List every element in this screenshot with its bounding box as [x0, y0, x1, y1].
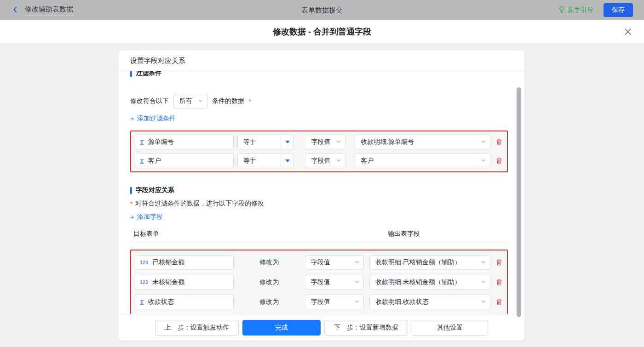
lightbulb-icon — [558, 6, 565, 15]
back-button[interactable] — [11, 6, 19, 15]
filter-value: 收款明细.源单编号 — [361, 138, 414, 146]
settings-panel: 设置字段对应关系 过滤条件 修改符合以下 所有 条件的数据 * — [119, 50, 524, 341]
filter-value-select[interactable]: 客户 — [355, 154, 490, 168]
filter-value-type-select[interactable]: 字段值 — [305, 154, 345, 168]
delete-row-button[interactable] — [495, 157, 503, 165]
delete-row-button[interactable] — [495, 298, 503, 306]
section-bar — [130, 187, 132, 194]
scroll-area[interactable]: 过滤条件 修改符合以下 所有 条件的数据 * + 添加过滤条件 — [119, 71, 524, 314]
prev-step-button[interactable]: 上一步：设置触发动作 — [155, 320, 239, 336]
chevron-down-icon — [354, 279, 360, 286]
text-field-icon: T — [140, 298, 144, 306]
chevron-down-icon — [481, 279, 486, 286]
modify-to-label: 修改为 — [234, 278, 305, 286]
save-button[interactable]: 保存 — [604, 3, 633, 17]
chevron-down-icon — [336, 157, 341, 165]
mapping-value: 收款明细.已核销金额（辅助） — [375, 258, 461, 267]
delete-row-button[interactable] — [495, 138, 503, 146]
number-field-icon: 123 — [140, 260, 148, 265]
mapping-rows-highlight-box: 123 已核销金额 修改为 字段值 收款明细.已核销金额（辅助） — [130, 250, 508, 314]
target-form-column-label: 目标表单 — [133, 230, 159, 238]
match-suffix-label: 条件的数据 — [212, 97, 244, 105]
chevron-left-icon — [11, 6, 19, 15]
target-field-input[interactable]: T 收款状态 — [135, 295, 234, 309]
mapping-value-type-select[interactable]: 字段值 — [305, 295, 364, 309]
chevron-down-icon — [198, 97, 203, 105]
target-field-name: 收款状态 — [148, 298, 174, 306]
required-asterisk: * — [249, 98, 251, 105]
close-icon[interactable] — [623, 27, 633, 37]
filter-operator-select[interactable]: 等于 — [237, 135, 294, 149]
filter-section-title: 过滤条件 — [130, 71, 513, 77]
beginner-guide-link[interactable]: 新手引导 — [558, 6, 593, 15]
mapping-value: 收款明细.收款状态 — [375, 298, 429, 306]
mapping-value-type-select[interactable]: 字段值 — [305, 255, 364, 270]
scrollbar-thumb[interactable] — [517, 87, 521, 317]
mapping-value-type: 字段值 — [311, 278, 330, 286]
done-button[interactable]: 完成 — [242, 320, 321, 336]
plus-icon: + — [130, 213, 134, 220]
filter-row: T 源单编号 等于 字段值 收款明细.源单编号 — [135, 135, 503, 149]
chevron-down-icon — [481, 259, 486, 266]
filter-row: T 客户 等于 字段值 客户 — [135, 154, 503, 168]
target-field-input[interactable]: 123 已核销金额 — [135, 255, 234, 270]
mapping-row: 123 已核销金额 修改为 字段值 收款明细.已核销金额（辅助） — [135, 255, 503, 270]
filter-value-select[interactable]: 收款明细.源单编号 — [355, 135, 490, 149]
add-filter-condition-link[interactable]: + 添加过滤条件 — [130, 115, 176, 122]
modify-to-label: 修改为 — [234, 298, 305, 306]
match-prefix-label: 修改符合以下 — [130, 97, 169, 105]
mapping-value-select[interactable]: 收款明细.未核销金额（辅助） — [369, 275, 490, 290]
mapping-value-type-select[interactable]: 字段值 — [305, 275, 364, 290]
mapping-row: 123 未核销金额 修改为 字段值 收款明细.未核销金额（辅助） — [135, 275, 503, 290]
plus-icon: + — [130, 115, 134, 122]
section-bar — [130, 71, 132, 77]
number-field-icon: 123 — [140, 280, 148, 285]
mapping-value-select[interactable]: 收款明细.已核销金额（辅助） — [369, 255, 490, 270]
filter-field-input[interactable]: T 源单编号 — [135, 135, 234, 149]
chevron-down-icon — [354, 298, 360, 306]
filter-operator-select[interactable]: 等于 — [237, 154, 294, 168]
required-asterisk: * — [130, 200, 132, 207]
mapping-columns-header: 目标表单 输出表字段 — [130, 230, 513, 237]
target-field-input[interactable]: 123 未核销金额 — [135, 275, 234, 290]
chevron-down-icon — [481, 298, 486, 306]
workflow-name[interactable]: 修改辅助表数据 — [25, 5, 73, 16]
filter-operator-value: 等于 — [238, 138, 281, 146]
filter-field-name: 源单编号 — [148, 138, 174, 146]
text-field-icon: T — [140, 138, 144, 146]
mapping-section-title: 字段对应关系 — [130, 186, 513, 194]
filter-value: 客户 — [361, 157, 374, 165]
filter-field-input[interactable]: T 客户 — [135, 154, 234, 168]
modify-to-label: 修改为 — [234, 258, 305, 267]
beginner-guide-label: 新手引导 — [568, 6, 593, 14]
other-settings-button[interactable]: 其他设置 — [412, 320, 488, 336]
delete-row-button[interactable] — [495, 258, 503, 267]
caret-down-icon[interactable] — [281, 154, 293, 168]
mapping-value-select[interactable]: 收款明细.收款状态 — [369, 295, 490, 309]
mapping-value-type: 字段值 — [311, 258, 330, 267]
filter-field-name: 客户 — [148, 157, 161, 165]
match-condition-row: 修改符合以下 所有 条件的数据 * — [130, 94, 513, 108]
modal-header: 修改数据 - 合并到普通字段 — [0, 20, 644, 44]
add-field-link[interactable]: + 添加字段 — [130, 213, 163, 220]
filter-value-type: 字段值 — [311, 138, 330, 146]
modal-title: 修改数据 - 合并到普通字段 — [273, 26, 371, 37]
match-type-value: 所有 — [179, 97, 192, 105]
columns-divider — [130, 242, 508, 242]
output-field-column-label: 输出表字段 — [388, 230, 420, 238]
text-field-icon: T — [140, 157, 144, 165]
panel-title: 设置字段对应关系 — [119, 50, 524, 71]
caret-down-icon[interactable] — [281, 135, 293, 149]
top-bar: 修改辅助表数据 表单数据提交 新手引导 保存 — [0, 0, 644, 20]
match-type-select[interactable]: 所有 — [173, 94, 207, 108]
panel-footer: 上一步：设置触发动作 完成 下一步：设置新增数据 其他设置 — [119, 314, 524, 341]
mapping-value: 收款明细.未核销金额（辅助） — [375, 278, 461, 286]
trigger-form-title: 表单数据提交 — [301, 6, 343, 15]
chevron-down-icon — [336, 138, 341, 146]
target-field-name: 已核销金额 — [152, 258, 184, 267]
mapping-description: * 对符合过滤条件的数据，进行以下字段的修改 — [130, 199, 513, 207]
filter-value-type-select[interactable]: 字段值 — [305, 135, 345, 149]
delete-row-button[interactable] — [495, 278, 503, 286]
target-field-name: 未核销金额 — [152, 278, 184, 286]
next-step-button[interactable]: 下一步：设置新增数据 — [324, 320, 408, 336]
